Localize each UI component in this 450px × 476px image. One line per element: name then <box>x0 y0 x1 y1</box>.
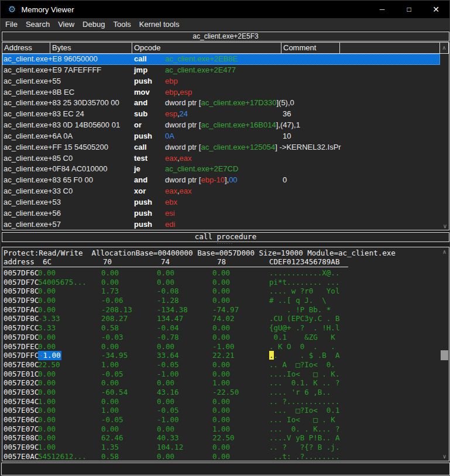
memory-row[interactable]: 0057DFAC0.00-208.13-134.38-74.97 . !P Bb… <box>2 305 440 315</box>
memory-value[interactable]: 0.58 <box>101 452 119 461</box>
memory-value-selected[interactable]: -1.00 <box>38 351 61 360</box>
memory-value[interactable]: 0.00 <box>212 333 230 342</box>
memory-value[interactable]: 0.00 <box>212 360 230 370</box>
memory-value[interactable]: -1.00 <box>212 342 235 351</box>
memory-value[interactable]: -0.05 <box>157 406 179 415</box>
disasm-row[interactable]: ac_client.exe+56pushesi <box>2 208 440 219</box>
memory-value[interactable]: 0.00 <box>101 268 119 278</box>
memory-value[interactable]: 0.00 <box>212 406 230 415</box>
memory-value[interactable]: -0.05 <box>101 370 123 379</box>
memory-value[interactable]: 0.00 <box>38 333 56 342</box>
panel-splitter[interactable]: ······· <box>1 241 449 246</box>
memory-value[interactable]: 0.00 <box>38 388 56 397</box>
memory-value[interactable]: -3.33 <box>38 314 60 323</box>
disasm-row[interactable]: ac_client.exe+33 C0xoreax,eax <box>2 186 440 197</box>
disasm-row[interactable]: ac_client.exe+53pushebx <box>2 197 440 208</box>
disasm-row[interactable]: ac_client.exe+8B ECmovebp,esp <box>2 87 440 98</box>
memory-value[interactable]: 0.00 <box>157 378 174 388</box>
memory-row[interactable]: 0057E02C0.000.000.001.00... 0.1. K .. ? <box>2 378 440 388</box>
memory-value[interactable]: 0.00 <box>157 278 174 287</box>
memory-row[interactable]: 0057DF8C0.001.73-0.080.00.... w ?r0 Yol <box>2 287 440 296</box>
disasm-scroll-down[interactable]: ∨ <box>443 223 447 229</box>
scroll-up-icon[interactable]: ∧ <box>440 249 449 255</box>
memory-value[interactable]: -0.06 <box>101 296 123 305</box>
memory-value[interactable]: 0.58 <box>101 323 119 333</box>
memory-value[interactable]: -0.04 <box>157 323 179 333</box>
memory-value[interactable]: 0.00 <box>38 370 56 379</box>
memory-value[interactable]: 0.00 <box>101 342 119 351</box>
memory-value[interactable]: 104.12 <box>157 443 183 452</box>
memory-value[interactable]: 0.00 <box>38 406 56 415</box>
memory-value[interactable]: -34.95 <box>101 351 128 360</box>
memory-value[interactable]: 0.00 <box>212 397 230 406</box>
memory-row[interactable]: 0057DF7C54005675...0.000.000.00pi*t.....… <box>2 278 440 287</box>
close-button[interactable]: ✕ <box>422 1 449 18</box>
memory-row[interactable]: 0057E05C0.001.00-0.050.00 ... □?Io< 0.1 <box>2 406 440 415</box>
memory-value[interactable]: 1.73 <box>101 287 119 296</box>
memory-row[interactable]: 0057DFDC0.00-0.03-0.780.00 0.1 &ZG K <box>2 333 440 342</box>
memory-value[interactable]: 0.00 <box>101 397 119 406</box>
symbol-address-bar[interactable]: ac_client.exe+2E5F3 <box>2 32 449 42</box>
disasm-row[interactable]: ac_client.exe+6A 0Apush0A10 <box>2 131 440 142</box>
memory-value[interactable]: 0.00 <box>38 287 56 296</box>
memory-value[interactable]: 0.00 <box>38 425 56 434</box>
memory-value[interactable]: -1.00 <box>157 370 179 379</box>
memory-value[interactable]: 1.00 <box>38 397 56 406</box>
memory-value[interactable]: 0.00 <box>212 415 230 425</box>
memory-row[interactable]: 0057DF6C0.000.000.000.00............X@.. <box>2 268 440 278</box>
memory-value[interactable]: 0.00 <box>157 397 174 406</box>
memory-row[interactable]: 0057E06C0.00-0.05-1.000.00... Io< □ . K <box>2 415 440 425</box>
memory-value[interactable]: 0.00 <box>157 425 174 434</box>
memory-value[interactable]: 1.00 <box>101 360 119 370</box>
disasm-row[interactable]: ac_client.exe+E8 96050000callac_client.e… <box>2 54 440 65</box>
memory-value[interactable]: 74.02 <box>212 314 235 323</box>
memory-value[interactable]: 0.00 <box>212 370 230 379</box>
memory-value[interactable]: -60.54 <box>101 388 128 397</box>
memory-value[interactable]: 22.21 <box>212 351 235 360</box>
memory-row[interactable]: 0057DFCC3.330.58-0.040.00{gU@+ .? . !H.l <box>2 323 440 333</box>
memory-value[interactable]: 54005675... <box>38 278 87 287</box>
memory-row[interactable]: 0057DFEC0.000.000.00-1.00. K O 0 . . <box>2 342 440 351</box>
memory-value[interactable]: -0.08 <box>157 287 179 296</box>
memory-value[interactable]: 40.33 <box>157 433 179 443</box>
memory-value[interactable]: -208.13 <box>101 305 132 315</box>
memory-value[interactable]: -22.50 <box>212 388 239 397</box>
memory-value[interactable]: -1.00 <box>157 415 179 425</box>
memory-value[interactable]: 1.35 <box>101 443 119 452</box>
disasm-row[interactable]: ac_client.exe+0F84 AC010000jeac_client.e… <box>2 164 440 175</box>
memory-value[interactable]: -0.05 <box>101 415 123 425</box>
memory-row[interactable]: 0057DFBC-3.33208.27134.4774.02.CU (EPC3y… <box>2 314 440 323</box>
menu-item-view[interactable]: View <box>54 18 78 30</box>
memory-value[interactable]: 0.00 <box>212 323 230 333</box>
memory-value[interactable]: 1.00 <box>212 425 230 434</box>
memory-value[interactable]: 0.00 <box>212 268 230 278</box>
memory-value[interactable]: 208.27 <box>101 314 128 323</box>
maximize-button[interactable]: □ <box>396 1 422 18</box>
memory-value[interactable]: 1.00 <box>101 406 119 415</box>
memory-row[interactable]: 0057E07C0.000.000.001.00... 0. . K... ? <box>2 425 440 434</box>
memory-value[interactable]: 1.00 <box>38 443 56 452</box>
memory-row[interactable]: 0057DFFC-1.00-34.9533.6422.21.. . $ .B A <box>2 351 440 360</box>
memory-value[interactable]: -134.38 <box>157 305 188 315</box>
memory-value[interactable]: 0.00 <box>38 415 56 425</box>
memory-value[interactable]: 3.33 <box>38 323 56 333</box>
memory-value[interactable]: 0.00 <box>38 378 56 388</box>
menu-item-kernel-tools[interactable]: Kernel tools <box>135 18 184 30</box>
memory-value[interactable]: 134.47 <box>157 314 183 323</box>
memory-row[interactable]: 0057E08C0.0062.4640.3322.50....V yB P!B.… <box>2 433 440 443</box>
column-header-address[interactable]: Address <box>2 43 50 54</box>
menu-item-tools[interactable]: Tools <box>109 18 135 30</box>
memory-value[interactable]: 43.16 <box>157 388 179 397</box>
memory-scrollbar[interactable]: ∧ ∨ <box>440 247 449 461</box>
memory-row[interactable]: 0057E01C0.00-0.05-1.000.00....Io< □ . K. <box>2 370 440 379</box>
memory-value[interactable]: 0.00 <box>212 443 230 452</box>
memory-value[interactable]: 0.00 <box>212 296 230 305</box>
scrollbar-thumb[interactable] <box>441 350 448 360</box>
disasm-row[interactable]: ac_client.exe+83 25 30D35700 00anddword … <box>2 98 440 109</box>
memory-row[interactable]: 0057E00C22.501.00-0.050.00.. A □?Io< 0. <box>2 360 440 370</box>
memory-value[interactable]: 0.00 <box>212 452 230 461</box>
disasm-row[interactable]: ac_client.exe+85 C0testeax,eax <box>2 153 440 164</box>
memory-value[interactable]: 0.00 <box>38 296 56 305</box>
memory-value[interactable]: 0.00 <box>157 452 174 461</box>
memory-value[interactable]: 0.00 <box>38 433 56 443</box>
